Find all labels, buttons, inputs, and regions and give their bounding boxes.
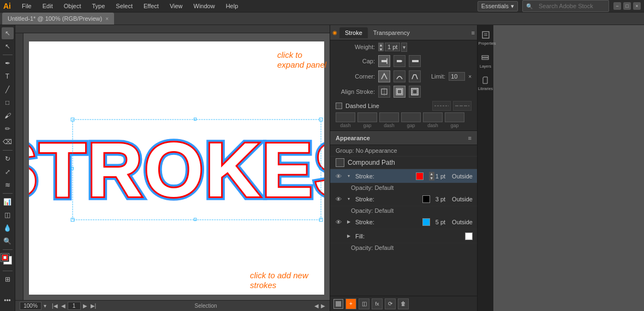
- corner-bevel-button[interactable]: [409, 70, 421, 82]
- menu-file[interactable]: File: [20, 3, 34, 9]
- stroke-2-color-chip[interactable]: [422, 195, 430, 203]
- sidebar-libraries[interactable]: Libraries: [478, 73, 493, 93]
- tool-zoom[interactable]: 🔍: [2, 235, 14, 247]
- align-center-button[interactable]: [378, 86, 390, 98]
- clear-appearance-button[interactable]: ⟳: [385, 298, 396, 309]
- corner-miter-button[interactable]: [378, 70, 390, 82]
- tool-paintbrush[interactable]: 🖌: [2, 110, 14, 122]
- tool-select[interactable]: ↖: [2, 27, 14, 39]
- minimize-button[interactable]: −: [613, 2, 621, 10]
- menu-help[interactable]: Help: [224, 3, 241, 9]
- status-nav-prev[interactable]: ◀: [314, 303, 319, 309]
- tab-transparency[interactable]: Transparency: [368, 27, 415, 38]
- nav-prev-button[interactable]: ◀: [60, 303, 67, 309]
- appearance-stroke-3[interactable]: 👁 ▶ Stroke: 5 pt Outside: [330, 215, 477, 229]
- align-inside-button[interactable]: [393, 86, 406, 98]
- corner-round-button[interactable]: [393, 70, 406, 82]
- stroke-panel-expand[interactable]: ◉: [332, 29, 337, 35]
- add-effect-button[interactable]: fx: [372, 298, 383, 309]
- tool-artboard[interactable]: ⊞: [2, 273, 14, 285]
- stroke-1-size-down[interactable]: ▼: [429, 176, 434, 181]
- gap-1-input[interactable]: [357, 112, 377, 122]
- tool-pen[interactable]: ✒: [2, 57, 14, 69]
- stroke-1-color-chip[interactable]: [416, 172, 424, 180]
- tab-close-button[interactable]: ×: [105, 16, 109, 22]
- appearance-stroke-1[interactable]: 👁 ▾ Stroke: ▲ ▼ 1 pt Outside: [330, 169, 477, 183]
- weight-down-button[interactable]: ▼: [378, 47, 384, 51]
- new-art-basic-appearance[interactable]: [333, 299, 343, 309]
- menu-select[interactable]: Select: [114, 3, 135, 9]
- weight-value-box[interactable]: 1 pt: [385, 43, 400, 51]
- menu-effect[interactable]: Effect: [141, 3, 161, 9]
- weight-up-button[interactable]: ▲: [378, 43, 384, 47]
- tool-text[interactable]: T: [2, 70, 14, 82]
- dash-2-input[interactable]: [379, 112, 399, 122]
- nav-next-button[interactable]: ▶: [82, 303, 88, 309]
- appearance-menu-button[interactable]: ≡: [468, 135, 472, 141]
- expand-arrow-3[interactable]: ▶: [345, 219, 352, 225]
- tool-pencil[interactable]: ✏: [2, 123, 14, 135]
- visibility-icon-3[interactable]: 👁: [335, 218, 342, 226]
- stroke-1-size-up[interactable]: ▲: [429, 172, 434, 176]
- limit-close[interactable]: ×: [468, 74, 472, 80]
- align-outside-button[interactable]: [409, 86, 421, 98]
- color-swatches[interactable]: [1, 253, 15, 267]
- limit-input[interactable]: [449, 72, 465, 81]
- cap-butt-button[interactable]: [378, 55, 390, 67]
- maximize-button[interactable]: □: [623, 2, 631, 10]
- dash-3-input[interactable]: [423, 112, 443, 122]
- close-button[interactable]: ×: [633, 2, 641, 10]
- dash-pattern-2-button[interactable]: [453, 101, 472, 111]
- expand-arrow-2[interactable]: ▾: [345, 196, 352, 202]
- dash-1-input[interactable]: [336, 112, 355, 122]
- menu-window[interactable]: Window: [192, 3, 217, 9]
- gap-3-input[interactable]: [445, 112, 464, 122]
- panel-menu-button[interactable]: ≡: [472, 29, 475, 36]
- add-new-fill-button[interactable]: ◫: [359, 298, 369, 309]
- tool-warp[interactable]: ≋: [2, 179, 14, 191]
- canvas-document[interactable]: STROKES STROKES STROKES: [29, 41, 324, 295]
- zoom-dropdown-icon[interactable]: ▾: [44, 303, 46, 309]
- nav-first-button[interactable]: |◀: [51, 303, 59, 309]
- dash-pattern-1-button[interactable]: [432, 101, 451, 111]
- menu-type[interactable]: Type: [90, 3, 108, 9]
- status-nav-next[interactable]: ▶: [321, 303, 325, 309]
- tool-more[interactable]: •••: [2, 295, 14, 307]
- sidebar-layers[interactable]: Layers: [480, 50, 491, 70]
- tool-rect[interactable]: □: [2, 97, 14, 109]
- workspace-selector[interactable]: Essentials ▾: [478, 1, 518, 11]
- appearance-fill[interactable]: 👁 ▶ Fill:: [330, 229, 477, 243]
- sidebar-properties[interactable]: Properties: [479, 27, 493, 48]
- zoom-control[interactable]: 100% ▾: [20, 302, 46, 310]
- fill-color-chip[interactable]: [465, 232, 473, 240]
- tab-stroke[interactable]: Stroke: [339, 27, 368, 38]
- expand-arrow-fill[interactable]: ▶: [345, 233, 352, 240]
- weight-dropdown-icon[interactable]: ▾: [401, 43, 407, 52]
- nav-last-button[interactable]: ▶|: [90, 303, 98, 309]
- dashed-line-checkbox[interactable]: [336, 103, 342, 109]
- appearance-stroke-2[interactable]: 👁 ▾ Stroke: 3 pt Outside: [330, 192, 477, 206]
- search-input[interactable]: [534, 2, 605, 10]
- tool-gradient[interactable]: ◫: [2, 209, 14, 221]
- expand-arrow-1[interactable]: ▾: [345, 173, 352, 180]
- tool-line[interactable]: ╱: [2, 83, 14, 95]
- stroke-3-color-chip[interactable]: [422, 218, 430, 226]
- visibility-icon-1[interactable]: 👁: [335, 172, 342, 180]
- zoom-value[interactable]: 100%: [20, 302, 41, 310]
- tool-eraser[interactable]: ⌫: [2, 136, 14, 148]
- artboard-number[interactable]: 1: [68, 302, 81, 310]
- tool-eyedropper[interactable]: 💧: [2, 222, 14, 234]
- delete-item-button[interactable]: 🗑: [398, 298, 409, 309]
- menu-object[interactable]: Object: [62, 3, 84, 9]
- visibility-icon-2[interactable]: 👁: [335, 195, 342, 203]
- add-new-stroke-button[interactable]: +: [345, 298, 356, 309]
- cap-round-button[interactable]: [393, 55, 406, 67]
- tool-graph[interactable]: 📊: [2, 196, 14, 208]
- document-tab[interactable]: Untitled-1* @ 100% (RGB/Preview) ×: [2, 13, 114, 25]
- menu-edit[interactable]: Edit: [40, 3, 55, 9]
- menu-view[interactable]: View: [168, 3, 185, 9]
- gap-2-input[interactable]: [401, 112, 421, 122]
- tool-direct-select[interactable]: ↖: [2, 40, 14, 52]
- tool-scale[interactable]: ⤢: [2, 166, 14, 178]
- cap-projecting-button[interactable]: [409, 55, 421, 67]
